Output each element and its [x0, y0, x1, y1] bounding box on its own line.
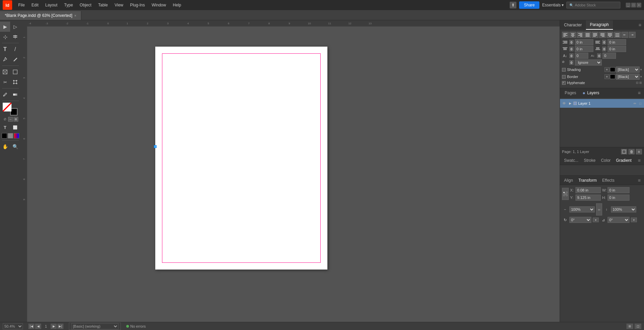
- justify-right-btn[interactable]: [599, 32, 606, 38]
- dropcap-chars-spinner[interactable]: [597, 53, 601, 58]
- prev-page-btn[interactable]: ◀: [35, 324, 41, 329]
- space-before-spinner[interactable]: [569, 47, 573, 51]
- shading-color-swatch[interactable]: [610, 67, 615, 72]
- rotate-dropdown-btn[interactable]: ▾: [593, 218, 599, 222]
- none-color-button[interactable]: ∅: [3, 117, 7, 122]
- layer-edit-icon[interactable]: ✏: [633, 101, 637, 106]
- left-indent-spinner[interactable]: [569, 40, 573, 45]
- h-input[interactable]: [608, 195, 629, 201]
- essentials-button[interactable]: Essentials ▾: [542, 3, 564, 7]
- hyphenate-checkbox[interactable]: [562, 81, 566, 85]
- border-style-icon[interactable]: ≡: [605, 74, 609, 79]
- indent-right-btn[interactable]: ⇥: [629, 32, 636, 38]
- minimize-button[interactable]: _: [626, 3, 630, 7]
- tab-gradient[interactable]: Gradient: [613, 157, 634, 164]
- maximize-button[interactable]: □: [631, 3, 636, 7]
- x-input[interactable]: [575, 187, 601, 193]
- transform-tool[interactable]: [10, 77, 20, 87]
- shading-checkbox[interactable]: [562, 68, 566, 72]
- tab-effects[interactable]: Effects: [599, 177, 617, 184]
- y-input[interactable]: [575, 195, 601, 201]
- tab-color[interactable]: Color: [598, 157, 613, 164]
- swap-colors-button[interactable]: ↔: [8, 117, 13, 122]
- swatch-panel-close[interactable]: ≡: [636, 158, 643, 163]
- tab-character[interactable]: Character: [560, 20, 586, 30]
- hand-tool[interactable]: ✋: [0, 142, 10, 152]
- layer-row-1[interactable]: 👁 ▶ Layer 1 ✏ □: [560, 99, 644, 108]
- transform-panel-close[interactable]: ≡: [636, 178, 643, 183]
- gradient-tool[interactable]: [10, 90, 20, 100]
- border-more-btn[interactable]: ▾: [640, 75, 642, 78]
- shear-dropdown-btn[interactable]: ▾: [631, 218, 637, 222]
- zoom-tool[interactable]: 🔍: [10, 142, 20, 152]
- gap-tool[interactable]: ⊹: [0, 32, 10, 42]
- frame-rect-tool[interactable]: [0, 67, 10, 77]
- tab-align[interactable]: Align: [561, 177, 576, 184]
- ignore-dropdown[interactable]: Ignore: [575, 59, 602, 66]
- gradient-swatch[interactable]: [14, 133, 19, 138]
- menu-window[interactable]: Window: [148, 1, 169, 9]
- tab-transform[interactable]: Transform: [576, 177, 599, 184]
- layer-visibility-icon[interactable]: 👁: [561, 101, 567, 106]
- last-page-btn[interactable]: ▶|: [57, 324, 63, 329]
- next-page-btn[interactable]: ▶: [51, 324, 57, 329]
- right-indent-spinner[interactable]: [602, 40, 606, 45]
- share-button[interactable]: Share: [519, 1, 539, 9]
- layer-expand-icon[interactable]: ▶: [568, 101, 572, 105]
- publish-icon[interactable]: ⬆: [510, 2, 516, 8]
- menu-plugins[interactable]: Plug-Ins: [127, 1, 148, 9]
- menu-file[interactable]: File: [15, 1, 28, 9]
- mode-select[interactable]: [Basic] (working): [71, 323, 118, 329]
- eyedropper-tool[interactable]: [0, 90, 10, 100]
- tab-pages[interactable]: Pages: [561, 89, 580, 97]
- border-color-dropdown[interactable]: [Black]: [616, 74, 640, 80]
- hyphenate-icon-1[interactable]: ⊟: [636, 81, 639, 84]
- point-selector[interactable]: [562, 188, 569, 200]
- background-color[interactable]: [10, 108, 18, 116]
- layers-panel-close[interactable]: ≡: [636, 90, 643, 96]
- scale-link-icon[interactable]: ∞: [596, 203, 602, 215]
- column-tool[interactable]: [10, 32, 20, 42]
- menu-table[interactable]: Table: [95, 1, 111, 9]
- justify-btn[interactable]: [584, 32, 591, 38]
- selection-tool[interactable]: ▶: [0, 22, 10, 32]
- justify-left-btn[interactable]: [592, 32, 598, 38]
- dropcap-lines-spinner[interactable]: [569, 53, 573, 58]
- tab-swatches[interactable]: Swatc...: [561, 157, 581, 164]
- delete-layer-btn[interactable]: 🗑: [628, 149, 635, 154]
- scale-y-input[interactable]: 100%: [611, 206, 636, 212]
- border-checkbox[interactable]: [562, 75, 566, 79]
- shading-color-dropdown[interactable]: [Black]: [616, 67, 640, 73]
- stroke-swatch[interactable]: [8, 133, 13, 138]
- left-indent-input[interactable]: [575, 39, 593, 45]
- align-left-btn[interactable]: [562, 32, 569, 38]
- w-input[interactable]: [608, 187, 629, 193]
- apply-tool[interactable]: ⬜: [10, 122, 20, 132]
- zoom-select[interactable]: 50.4%: [3, 323, 23, 329]
- align-right-btn[interactable]: [577, 32, 584, 38]
- rect-tool[interactable]: [10, 67, 20, 77]
- direct-selection-tool[interactable]: ▷: [10, 22, 20, 32]
- menu-help[interactable]: Help: [169, 1, 185, 9]
- document-tab[interactable]: *Blank Page.indd @ 63% [Converted] ×: [0, 11, 81, 20]
- pencil-tool[interactable]: [10, 54, 20, 65]
- rotate-input[interactable]: 0°: [569, 217, 591, 223]
- scale-x-input[interactable]: 100%: [569, 206, 595, 212]
- ignore-spinner[interactable]: [569, 60, 573, 65]
- fill-swatch[interactable]: [2, 133, 7, 138]
- pen-tool[interactable]: [0, 54, 10, 65]
- tab-close-button[interactable]: ×: [74, 14, 76, 18]
- justify-all-btn[interactable]: [607, 32, 613, 38]
- dropcap-lines-input[interactable]: [575, 53, 588, 59]
- dropcap-chars-input[interactable]: [602, 53, 616, 59]
- tab-stroke[interactable]: Stroke: [581, 157, 598, 164]
- panel-char-close[interactable]: ≡: [636, 22, 644, 28]
- new-layer-page-btn[interactable]: [621, 149, 627, 154]
- menu-layout[interactable]: Layout: [42, 1, 61, 9]
- first-page-btn[interactable]: |◀: [28, 324, 34, 329]
- justify-force-btn[interactable]: [614, 32, 621, 38]
- menu-object[interactable]: Object: [76, 1, 95, 9]
- indent-left-btn[interactable]: ⇤: [621, 32, 628, 38]
- menu-type[interactable]: Type: [61, 1, 76, 9]
- border-color-swatch[interactable]: [610, 74, 615, 79]
